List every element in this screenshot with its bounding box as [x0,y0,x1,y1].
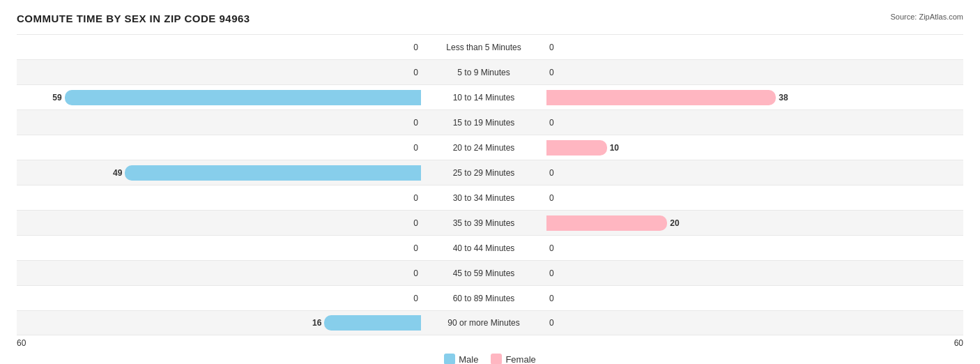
left-section: 0 [17,185,421,210]
right-section: 0 [546,261,963,285]
bar-row: 5910 to 14 Minutes38 [17,84,963,109]
right-section: 10 [546,135,963,160]
right-section: 0 [546,35,963,59]
right-section: 0 [546,311,963,335]
axis-right: 60 [954,338,963,348]
legend-female: Female [491,354,535,364]
left-section: 49 [17,160,421,185]
bar-row: 4925 to 29 Minutes0 [17,160,963,185]
row-label: 20 to 24 Minutes [421,143,546,153]
right-section: 0 [546,185,963,210]
male-label: Male [459,354,478,365]
left-section: 0 [17,60,421,84]
female-swatch [491,354,502,364]
bar-row: 045 to 59 Minutes0 [17,260,963,285]
female-value: 0 [549,118,554,128]
left-section: 0 [17,286,421,310]
right-section: 0 [546,286,963,310]
female-value: 20 [670,218,679,228]
bar-row: 020 to 24 Minutes10 [17,135,963,160]
legend: Male Female [17,354,963,364]
row-label: Less than 5 Minutes [421,43,546,52]
left-section: 0 [17,35,421,59]
female-value: 0 [549,243,554,253]
male-value: 16 [312,318,321,328]
female-value: 0 [549,268,554,278]
male-value: 59 [52,93,61,103]
chart-container: COMMUTE TIME BY SEX IN ZIP CODE 94963 So… [17,13,963,364]
left-section: 0 [17,236,421,260]
right-section: 0 [546,236,963,260]
bar-row: 1690 or more Minutes0 [17,310,963,335]
source-label: Source: ZipAtlas.com [890,13,963,21]
bar-row: 060 to 89 Minutes0 [17,285,963,310]
female-value: 10 [610,143,619,153]
female-value: 38 [779,93,788,103]
left-section: 16 [17,311,421,335]
left-section: 0 [17,261,421,285]
female-value: 0 [549,68,554,77]
male-value: 0 [413,43,418,52]
female-value: 0 [549,168,554,178]
chart-area: 0Less than 5 Minutes005 to 9 Minutes0591… [17,34,963,335]
bar-row: 040 to 44 Minutes0 [17,235,963,260]
male-value: 0 [413,143,418,153]
row-label: 5 to 9 Minutes [421,68,546,77]
male-value: 49 [113,168,122,178]
male-value: 0 [413,218,418,228]
axis-left: 60 [17,338,26,348]
row-label: 30 to 34 Minutes [421,193,546,203]
male-value: 0 [413,68,418,77]
bar-row: 0Less than 5 Minutes0 [17,34,963,59]
row-label: 35 to 39 Minutes [421,218,546,228]
row-label: 45 to 59 Minutes [421,268,546,278]
right-section: 0 [546,110,963,135]
row-label: 15 to 19 Minutes [421,118,546,128]
left-section: 0 [17,135,421,160]
legend-male: Male [444,354,478,364]
right-section: 20 [546,211,963,235]
bar-row: 030 to 34 Minutes0 [17,185,963,210]
left-section: 0 [17,211,421,235]
female-value: 0 [549,193,554,203]
male-value: 0 [413,193,418,203]
left-section: 59 [17,85,421,109]
right-section: 0 [546,60,963,84]
axis-row: 60 60 [17,338,963,348]
row-label: 40 to 44 Minutes [421,243,546,253]
female-value: 0 [549,294,554,303]
bar-row: 035 to 39 Minutes20 [17,210,963,235]
row-label: 60 to 89 Minutes [421,294,546,303]
chart-title: COMMUTE TIME BY SEX IN ZIP CODE 94963 [17,13,250,24]
right-section: 0 [546,160,963,185]
row-label: 10 to 14 Minutes [421,93,546,103]
bar-row: 015 to 19 Minutes0 [17,109,963,135]
female-label: Female [505,354,535,365]
row-label: 25 to 29 Minutes [421,168,546,178]
female-value: 0 [549,318,554,328]
row-label: 90 or more Minutes [421,318,546,328]
female-value: 0 [549,43,554,52]
male-swatch [444,354,455,364]
left-section: 0 [17,110,421,135]
male-value: 0 [413,118,418,128]
male-value: 0 [413,268,418,278]
bar-row: 05 to 9 Minutes0 [17,59,963,84]
male-value: 0 [413,243,418,253]
right-section: 38 [546,85,963,109]
male-value: 0 [413,294,418,303]
